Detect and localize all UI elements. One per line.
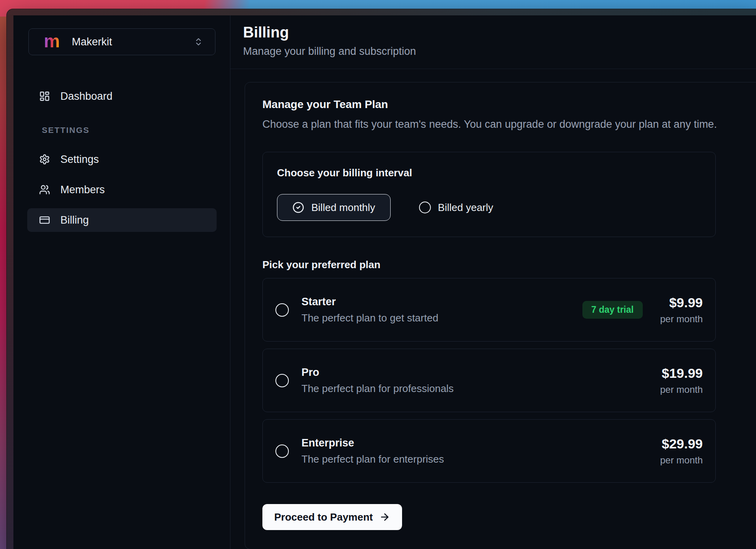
sidebar-section-label: SETTINGS [42,125,230,135]
sidebar-item-members[interactable]: Members [27,178,217,202]
page-title: Billing [243,23,756,41]
billed-monthly-label: Billed monthly [311,202,375,214]
cta-label: Proceed to Payment [274,511,373,523]
plan-info: Starter The perfect plan to get started [301,296,438,324]
plan-price: $19.99 [662,366,703,381]
billing-interval-box: Choose your billing interval Billed mont… [262,152,716,237]
plan-description: The perfect plan to get started [301,312,438,324]
plan-pricing: $19.99 per month [660,366,703,395]
plan-price: $29.99 [662,436,703,452]
sidebar-item-settings[interactable]: Settings [27,148,217,171]
plan-name: Enterprise [301,437,444,449]
plan-period: per month [660,455,703,466]
plan-pricing: $29.99 per month [660,436,703,466]
radio-unselected-icon[interactable] [275,444,289,458]
radio-unselected-icon [419,202,431,213]
sidebar-item-label: Members [60,184,105,196]
billing-interval-options: Billed monthly Billed yearly [277,194,701,221]
app-content: m Makerkit Dashboard SETTINGS [13,15,756,549]
plan-name: Starter [301,296,438,308]
sidebar-item-billing[interactable]: Billing [27,208,217,232]
proceed-to-payment-button[interactable]: Proceed to Payment [262,504,402,530]
plans-label: Pick your preferred plan [262,258,756,272]
plan-row-starter[interactable]: Starter The perfect plan to get started … [262,278,716,342]
page-subtitle: Manage your billing and subscription [243,44,756,58]
team-plan-panel: Manage your Team Plan Choose a plan that… [245,82,756,549]
credit-card-icon [39,215,50,226]
price-column: $9.99 per month [660,295,703,325]
panel-subtitle: Choose a plan that fits your team's need… [262,117,756,131]
plan-row-pro[interactable]: Pro The perfect plan for professionals $… [262,349,716,412]
plan-price: $9.99 [669,295,703,310]
window-top-frame [7,9,756,15]
plan-period: per month [660,314,703,325]
sidebar: m Makerkit Dashboard SETTINGS [13,15,230,549]
radio-unselected-icon[interactable] [275,374,289,387]
price-column: $19.99 per month [660,366,703,395]
plan-description: The perfect plan for professionals [301,383,454,395]
sidebar-item-dashboard[interactable]: Dashboard [27,84,217,108]
sidebar-item-label: Billing [60,214,89,226]
app-window: m Makerkit Dashboard SETTINGS [7,9,756,549]
sidebar-item-label: Dashboard [60,90,112,103]
billed-monthly-option[interactable]: Billed monthly [277,194,391,221]
plan-info: Enterprise The perfect plan for enterpri… [301,437,444,465]
arrow-right-icon [379,512,390,523]
main-content: Billing Manage your billing and subscrip… [230,15,756,549]
sidebar-item-label: Settings [60,153,99,166]
billed-yearly-option[interactable]: Billed yearly [419,202,493,214]
check-circle-icon [292,202,304,213]
panel-title: Manage your Team Plan [262,97,756,112]
plan-period: per month [660,384,703,395]
plan-description: The perfect plan for enterprises [301,453,444,465]
trial-badge: 7 day trial [582,301,643,319]
price-column: $29.99 per month [660,436,703,466]
gear-icon [39,154,50,165]
plan-pricing: 7 day trial $9.99 per month [582,295,703,325]
makerkit-logo-icon: m [44,32,60,50]
header-divider [230,69,756,69]
billed-yearly-label: Billed yearly [438,202,493,214]
radio-unselected-icon[interactable] [275,303,289,317]
plan-info: Pro The perfect plan for professionals [301,366,454,395]
workspace-name: Makerkit [72,36,112,48]
workspace-selector[interactable]: m Makerkit [28,28,215,55]
chevrons-up-down-icon [194,37,203,47]
dashboard-icon [39,91,50,102]
plan-name: Pro [301,366,454,379]
window-left-frame [7,15,13,549]
users-icon [39,184,50,195]
sidebar-nav: Dashboard SETTINGS Settings Members [13,84,230,232]
plan-row-enterprise[interactable]: Enterprise The perfect plan for enterpri… [262,419,716,483]
billing-interval-label: Choose your billing interval [277,166,701,180]
